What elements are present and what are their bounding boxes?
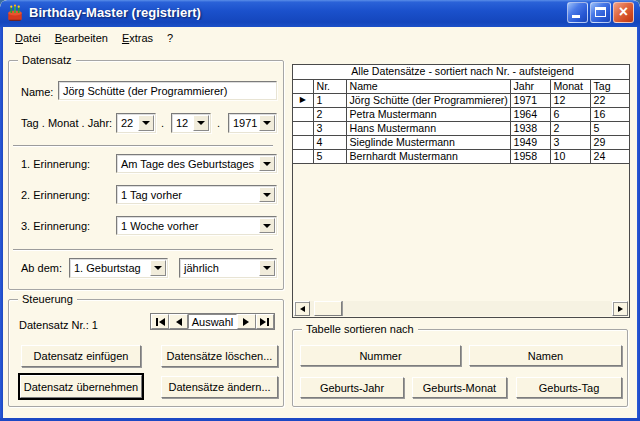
steuerung-group: Steuerung Datensatz Nr.: 1 Auswahl Daten… [8, 299, 284, 407]
table-cell[interactable]: 5 [313, 149, 346, 163]
table-cell[interactable]: 1949 [510, 135, 550, 149]
table-row[interactable]: ▶1Jörg Schütte (der Programmierer)197112… [293, 93, 630, 107]
grid-title-row: Alle Datensätze - sortiert nach Nr. - au… [293, 65, 630, 79]
chevron-down-icon[interactable] [259, 187, 275, 202]
minimize-icon [572, 15, 580, 18]
sort-by-birth-month-button[interactable]: Geburts-Monat [412, 377, 507, 398]
table-cell[interactable]: 1 [313, 93, 346, 107]
name-input[interactable]: Jörg Schütte (der Programmierer) [58, 81, 277, 100]
column-header-nr[interactable]: Nr. [313, 79, 346, 93]
close-icon: × [614, 3, 633, 22]
table-cell[interactable]: 4 [313, 135, 346, 149]
month-combobox[interactable]: 12 [171, 113, 211, 133]
apply-record-button[interactable]: Datensatz übernehmen [20, 375, 142, 398]
column-header-tag[interactable]: Tag [590, 79, 630, 93]
table-cell[interactable]: 24 [590, 149, 630, 163]
year-combobox[interactable]: 1971 [228, 113, 277, 133]
table-cell[interactable]: 1958 [510, 149, 550, 163]
table-cell[interactable]: 6 [550, 107, 590, 121]
frequency-combobox[interactable]: jährlich [179, 258, 277, 278]
table-row[interactable]: 2Petra Mustermann1964616 [293, 107, 630, 121]
chevron-down-icon[interactable] [259, 156, 275, 171]
row-selector[interactable] [293, 121, 313, 135]
change-records-button[interactable]: Datensätze ändern... [161, 376, 278, 398]
close-button[interactable]: × [613, 2, 634, 23]
previous-record-button[interactable] [169, 314, 187, 329]
table-cell[interactable]: 1971 [510, 93, 550, 107]
table-cell[interactable]: Hans Mustermann [346, 121, 510, 135]
table-cell[interactable]: Petra Mustermann [346, 107, 510, 121]
table-cell[interactable]: Jörg Schütte (der Programmierer) [346, 93, 510, 107]
table-cell[interactable]: 1938 [510, 121, 550, 135]
table-cell[interactable]: 5 [590, 121, 630, 135]
reminder2-combobox[interactable]: 1 Tag vorher [116, 185, 277, 204]
table-cell[interactable]: 2 [550, 121, 590, 135]
column-header-jahr[interactable]: Jahr [510, 79, 550, 93]
table-cell[interactable]: 29 [590, 135, 630, 149]
insert-record-button[interactable]: Datensatz einfügen [21, 345, 141, 367]
table-row[interactable]: 5Bernhardt Mustermann19581024 [293, 149, 630, 163]
row-selector[interactable] [293, 107, 313, 121]
month-value: 12 [172, 114, 192, 132]
sort-by-birth-day-button[interactable]: Geburts-Tag [516, 377, 622, 398]
menu-bearbeiten[interactable]: Bearbeiten [48, 30, 115, 46]
frequency-value: jährlich [180, 259, 258, 277]
scroll-left-button[interactable] [294, 301, 310, 316]
table-cell[interactable]: 2 [313, 107, 346, 121]
chevron-down-icon[interactable] [259, 218, 275, 233]
grid-header-row: Nr. Name Jahr Monat Tag [293, 79, 630, 93]
reminder1-combobox[interactable]: Am Tage des Geburtstages [116, 154, 277, 173]
minimize-button[interactable] [567, 2, 588, 23]
chevron-down-icon[interactable] [150, 260, 166, 276]
next-icon [243, 318, 249, 326]
table-cell[interactable]: 3 [550, 135, 590, 149]
chevron-down-icon[interactable] [259, 260, 275, 276]
next-record-button[interactable] [237, 314, 255, 329]
table-cell[interactable]: Bernhardt Mustermann [346, 149, 510, 163]
table-cell[interactable]: 1964 [510, 107, 550, 121]
column-header-monat[interactable]: Monat [550, 79, 590, 93]
year-value: 1971 [229, 114, 258, 132]
menu-datei[interactable]: Datei [8, 30, 48, 46]
table-cell[interactable]: 3 [313, 121, 346, 135]
record-number-label: Datensatz Nr.: 1 [19, 319, 98, 332]
row-selector[interactable]: ▶ [293, 93, 313, 107]
chevron-down-icon[interactable] [193, 115, 209, 131]
horizontal-scrollbar[interactable] [294, 301, 628, 316]
day-combobox[interactable]: 22 [116, 113, 156, 133]
table-cell[interactable]: 12 [550, 93, 590, 107]
table-cell[interactable]: 22 [590, 93, 630, 107]
selector-column-header [293, 79, 313, 93]
column-header-name[interactable]: Name [346, 79, 510, 93]
record-navigator: Auswahl [150, 313, 275, 330]
abdem-combobox[interactable]: 1. Geburtstag [69, 258, 168, 278]
menu-help[interactable]: ? [160, 30, 180, 46]
delete-records-button[interactable]: Datensätze löschen... [161, 345, 278, 367]
date-label: Tag . Monat . Jahr: [21, 117, 112, 130]
reminder1-label: 1. Erinnerung: [21, 158, 90, 171]
table-cell[interactable]: 16 [590, 107, 630, 121]
table-row[interactable]: 3Hans Mustermann193825 [293, 121, 630, 135]
chevron-down-icon[interactable] [138, 115, 154, 131]
records-table: Alle Datensätze - sortiert nach Nr. - au… [293, 65, 630, 164]
first-record-button[interactable] [151, 314, 169, 329]
birthday-cake-icon[interactable] [6, 4, 24, 22]
sort-by-name-button[interactable]: Namen [469, 345, 622, 366]
table-cell[interactable]: Sieglinde Mustermann [346, 135, 510, 149]
table-row[interactable]: 4Sieglinde Mustermann1949329 [293, 135, 630, 149]
menu-extras[interactable]: Extras [115, 30, 160, 46]
sort-by-number-button[interactable]: Nummer [300, 345, 461, 366]
reminder3-combobox[interactable]: 1 Woche vorher [116, 216, 277, 235]
last-record-button[interactable] [256, 314, 274, 329]
maximize-button[interactable] [590, 2, 611, 23]
grid-title: Alle Datensätze - sortiert nach Nr. - au… [293, 65, 630, 79]
row-selector[interactable] [293, 149, 313, 163]
chevron-down-icon[interactable] [259, 115, 275, 131]
scroll-right-button[interactable] [612, 301, 628, 316]
row-selector[interactable] [293, 135, 313, 149]
table-cell[interactable]: 10 [550, 149, 590, 163]
sort-by-birth-year-button[interactable]: Geburts-Jahr [300, 377, 404, 398]
scrollbar-thumb[interactable] [314, 301, 342, 316]
title-bar[interactable]: Birthday-Master (registriert) × [0, 0, 640, 27]
last-icon [260, 318, 266, 326]
